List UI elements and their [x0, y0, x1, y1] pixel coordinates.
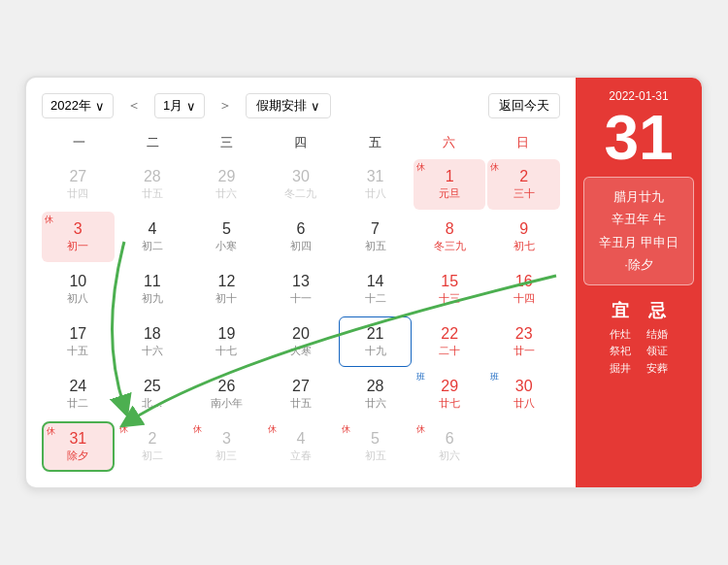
prev-month-button[interactable]: ＜ — [121, 95, 147, 116]
day-cell[interactable]: 21十九 — [339, 316, 412, 367]
day-lunar: 南小年 — [211, 396, 243, 411]
day-cell[interactable]: 15十三 — [414, 264, 486, 315]
day-number: 30 — [515, 378, 533, 395]
day-cell[interactable]: 27廿五 — [265, 369, 338, 419]
day-cell[interactable]: 休6初六 — [414, 421, 486, 472]
day-cell[interactable]: 24廿二 — [42, 369, 115, 419]
day-lunar: 初五 — [365, 449, 386, 463]
yi-item-2: 祭祀 — [610, 343, 631, 360]
day-lunar: 初二 — [142, 449, 163, 463]
day-cell[interactable]: 30冬二九 — [265, 159, 338, 210]
holiday-tag: 休 — [416, 423, 425, 436]
day-lunar: 初一 — [67, 239, 88, 253]
day-lunar: 廿七 — [439, 396, 460, 411]
day-cell[interactable]: 休3初一 — [42, 212, 115, 262]
year-chevron-icon: ∨ — [95, 99, 105, 114]
month-chevron-icon: ∨ — [186, 99, 196, 114]
holiday-label: 假期安排 — [256, 97, 307, 115]
day-cell[interactable]: 28廿五 — [116, 159, 189, 210]
day-cell[interactable]: 10初八 — [42, 264, 115, 315]
day-cell[interactable]: 22二十 — [414, 316, 486, 367]
day-lunar: 廿八 — [365, 186, 386, 201]
weekday-tue: 二 — [116, 130, 189, 155]
day-number: 20 — [292, 325, 310, 343]
day-cell[interactable]: 休4立春 — [265, 421, 338, 472]
day-number: 8 — [446, 220, 454, 238]
ji-item-1: 结婚 — [646, 326, 668, 344]
day-lunar: 廿二 — [67, 396, 88, 411]
year-select[interactable]: 2022年 ∨ — [42, 93, 114, 118]
day-number: 11 — [144, 273, 161, 290]
yi-item-3: 掘井 — [610, 360, 631, 378]
day-cell[interactable]: 18十六 — [116, 316, 189, 367]
ban-tag: 班 — [416, 371, 425, 383]
day-lunar: 初六 — [439, 449, 460, 463]
day-cell[interactable]: 23廿一 — [487, 316, 560, 367]
yi-title: 宜 — [612, 299, 629, 322]
day-cell[interactable]: 班30廿八 — [487, 369, 560, 419]
day-cell[interactable]: 休2初二 — [116, 421, 189, 472]
day-cell[interactable]: 9初七 — [487, 212, 560, 262]
day-cell[interactable]: 13十一 — [265, 264, 338, 315]
holiday-arrange-button[interactable]: 假期安排 ∨ — [246, 93, 331, 118]
day-lunar: 廿一 — [513, 344, 535, 358]
day-number: 21 — [367, 325, 384, 343]
day-cell[interactable]: 4初二 — [116, 212, 189, 262]
day-number: 26 — [218, 378, 236, 395]
calendar-main: 2022年 ∨ ＜ 1月 ∨ ＞ 假期安排 ∨ 返回今天 一 二 三 四 五 — [26, 78, 576, 487]
day-cell[interactable]: 5小寒 — [190, 212, 263, 262]
day-lunar: 小寒 — [215, 239, 237, 253]
day-lunar: 大寒 — [290, 344, 312, 358]
day-cell[interactable]: 休3初三 — [190, 421, 263, 472]
ji-item-2: 领证 — [646, 343, 668, 360]
ji-column: 忌 结婚 领证 安葬 — [646, 299, 668, 378]
festival: ·除夕 — [592, 253, 685, 276]
day-cell[interactable]: 11初九 — [116, 264, 189, 315]
day-number: 5 — [371, 430, 380, 448]
day-number: 6 — [446, 430, 454, 448]
day-cell[interactable]: 12初十 — [190, 264, 263, 315]
day-cell[interactable]: 28廿六 — [339, 369, 412, 419]
day-cell[interactable]: 27廿四 — [42, 159, 115, 210]
day-cell[interactable]: 6初四 — [265, 212, 338, 262]
day-number: 17 — [69, 325, 86, 343]
day-cell[interactable]: 17十五 — [42, 316, 115, 367]
yi-item-1: 作灶 — [610, 326, 631, 344]
holiday-chevron-icon: ∨ — [311, 99, 320, 114]
day-lunar: 十六 — [142, 344, 163, 358]
day-number: 1 — [446, 168, 454, 185]
weekday-sun: 日 — [486, 130, 560, 155]
day-cell[interactable]: 休1元旦 — [414, 159, 486, 210]
day-cell[interactable]: 26南小年 — [190, 369, 263, 419]
ji-title: 忌 — [648, 299, 666, 322]
right-date: 2022-01-31 — [609, 89, 668, 103]
day-number: 15 — [441, 273, 458, 290]
day-cell[interactable]: 16十四 — [487, 264, 560, 315]
day-cell[interactable]: 25北… — [116, 369, 189, 419]
ban-tag: 班 — [490, 371, 499, 383]
day-cell[interactable]: 20大寒 — [265, 316, 338, 367]
month-select[interactable]: 1月 ∨ — [154, 93, 205, 118]
day-number: 23 — [515, 325, 533, 343]
day-lunar: 冬三九 — [434, 239, 466, 253]
days-wrapper: 27廿四28廿五29廿六30冬二九31廿八休1元旦休2三十休3初一4初二5小寒6… — [42, 159, 560, 472]
day-number: 13 — [292, 273, 310, 290]
day-number: 28 — [144, 168, 161, 185]
day-number: 10 — [69, 273, 86, 290]
holiday-tag: 休 — [268, 423, 277, 436]
day-cell[interactable]: 19十七 — [190, 316, 263, 367]
day-cell[interactable]: 休31除夕 — [42, 421, 115, 472]
day-cell[interactable]: 14十二 — [339, 264, 412, 315]
return-today-button[interactable]: 返回今天 — [488, 93, 560, 118]
day-cell[interactable]: 31廿八 — [339, 159, 412, 210]
day-cell[interactable]: 休2三十 — [487, 159, 560, 210]
day-number: 27 — [69, 168, 86, 185]
day-cell[interactable]: 7初五 — [339, 212, 412, 262]
weekday-sat: 六 — [412, 130, 485, 155]
next-month-button[interactable]: ＞ — [213, 95, 238, 116]
day-lunar: 初十 — [215, 291, 237, 306]
day-cell[interactable]: 29廿六 — [190, 159, 263, 210]
day-cell[interactable]: 8冬三九 — [414, 212, 486, 262]
day-cell[interactable]: 休5初五 — [339, 421, 412, 472]
day-cell[interactable]: 班29廿七 — [414, 369, 486, 419]
